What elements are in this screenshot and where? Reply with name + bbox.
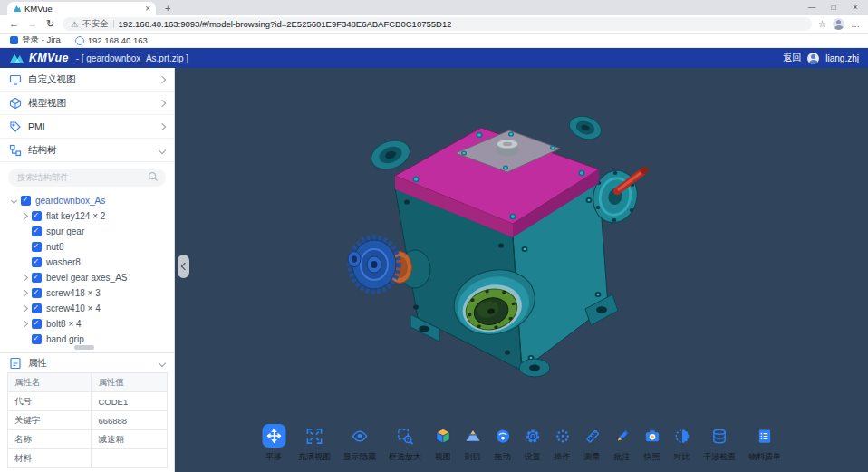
property-name: 关键字 bbox=[8, 411, 92, 430]
tree-horizontal-scrollbar bbox=[9, 345, 165, 350]
tree-indent-spacer bbox=[23, 260, 27, 265]
browser-tab[interactable]: KMVue × bbox=[7, 2, 156, 15]
tree-item[interactable]: bevel gear axes_AS bbox=[0, 270, 174, 285]
toolbar-section-button[interactable]: 剖切 bbox=[464, 424, 481, 463]
window-minimize-button[interactable]: — bbox=[801, 3, 823, 12]
tree-item-label: flat key124 × 2 bbox=[46, 211, 105, 221]
section-label: PMI bbox=[28, 121, 153, 132]
viewer-toolbar: 平移 充满视图 显示隐藏 bbox=[262, 424, 781, 463]
structure-search-input[interactable] bbox=[8, 169, 166, 187]
checkbox-checked[interactable] bbox=[32, 257, 42, 267]
toolbar-label: 物料清单 bbox=[748, 451, 781, 463]
chevron-right-icon[interactable] bbox=[22, 304, 28, 311]
checkbox-checked[interactable] bbox=[32, 211, 42, 221]
toolbar-operate-button[interactable]: 操作 bbox=[554, 424, 571, 463]
return-button[interactable]: 返回 bbox=[783, 52, 801, 64]
checkbox-checked[interactable] bbox=[32, 303, 42, 313]
toolbar-compare-button[interactable]: 对比 bbox=[673, 424, 690, 463]
checkbox-checked[interactable] bbox=[21, 196, 31, 206]
chevron-right-icon[interactable] bbox=[22, 212, 28, 218]
3d-model-gearbox[interactable] bbox=[327, 90, 673, 381]
tab-close-button[interactable]: × bbox=[145, 4, 150, 14]
section-label: 自定义视图 bbox=[28, 73, 153, 86]
sidebar-section-custom-views[interactable]: 自定义视图 bbox=[0, 68, 174, 92]
new-tab-button[interactable]: + bbox=[165, 3, 170, 14]
tree-item[interactable]: screw410 × 4 bbox=[0, 301, 174, 316]
checkbox-checked[interactable] bbox=[32, 334, 42, 344]
toolbar-label: 干涉检查 bbox=[703, 451, 736, 463]
browser-tab-bar: KMVue × + — □ × bbox=[0, 0, 868, 15]
sidebar-collapse-handle[interactable] bbox=[178, 255, 189, 278]
tree-item-label: screw418 × 3 bbox=[46, 288, 101, 298]
property-value bbox=[92, 449, 168, 468]
jira-favicon-icon bbox=[10, 36, 18, 44]
url-field[interactable]: ⚠ 不安全 192.168.40.163:9093/#/model-browsi… bbox=[63, 17, 812, 31]
property-name: 代号 bbox=[8, 392, 92, 411]
chevron-right-icon[interactable] bbox=[22, 320, 28, 326]
tree-item[interactable]: nut8 bbox=[0, 239, 174, 255]
tree-item[interactable]: flat key124 × 2 bbox=[0, 208, 174, 224]
browser-menu-button[interactable]: … bbox=[851, 19, 860, 29]
operate-dots-icon bbox=[554, 424, 571, 448]
checkbox-checked[interactable] bbox=[32, 288, 42, 298]
tree-search bbox=[0, 162, 174, 191]
checkbox-checked[interactable] bbox=[32, 226, 42, 236]
bom-list-icon bbox=[757, 424, 774, 448]
bookmark-ip-address[interactable]: 192.168.40.163 bbox=[75, 35, 148, 45]
chevron-right-icon[interactable] bbox=[22, 274, 28, 280]
tree-item[interactable]: hand grip bbox=[0, 332, 174, 346]
tree-item-root[interactable]: geardownbox_As bbox=[0, 193, 174, 208]
favorite-star-icon[interactable]: ☆ bbox=[818, 19, 826, 29]
interference-check-icon bbox=[711, 424, 728, 448]
structure-tree-icon bbox=[9, 144, 22, 157]
pmi-tag-icon bbox=[9, 120, 22, 133]
toolbar-snapshot-button[interactable]: 快照 bbox=[643, 424, 661, 463]
bookmark-label: 192.168.40.163 bbox=[88, 35, 148, 45]
sidebar-section-pmi[interactable]: PMI bbox=[0, 115, 174, 139]
tree-item[interactable]: screw418 × 3 bbox=[0, 285, 174, 301]
properties-icon bbox=[9, 357, 22, 370]
browser-refresh-button[interactable]: ↻ bbox=[44, 19, 56, 29]
toolbar-pan-button[interactable]: 平移 bbox=[262, 424, 285, 463]
checkbox-checked[interactable] bbox=[32, 242, 42, 252]
url-text: 192.168.40.163:9093/#/model-browsing?id=… bbox=[119, 19, 452, 29]
browser-back-button[interactable]: ← bbox=[8, 19, 20, 29]
scrollbar-thumb[interactable] bbox=[74, 345, 94, 350]
toolbar-settings-button[interactable]: 设置 bbox=[524, 424, 541, 463]
toolbar-annotate-button[interactable]: 批注 bbox=[613, 424, 631, 463]
toolbar-box-zoom-button[interactable]: 框选放大 bbox=[389, 424, 421, 463]
box-zoom-icon bbox=[397, 424, 414, 448]
toolbar-bom-button[interactable]: 物料清单 bbox=[748, 424, 781, 463]
toolbar-show-hide-button[interactable]: 显示隐藏 bbox=[343, 424, 376, 463]
browser-forward-button[interactable]: → bbox=[26, 19, 38, 29]
annotate-pencil-icon bbox=[613, 424, 631, 448]
compare-icon bbox=[673, 424, 690, 448]
chevron-right-icon[interactable] bbox=[22, 289, 28, 295]
properties-header[interactable]: 属性 bbox=[0, 353, 174, 372]
bookmark-jira[interactable]: 登录 - Jira bbox=[10, 34, 61, 46]
tree-item[interactable]: bolt8 × 4 bbox=[0, 316, 174, 332]
chevron-down-icon[interactable] bbox=[11, 197, 17, 203]
browser-profile-avatar-icon[interactable] bbox=[833, 18, 844, 30]
toolbar-view-button[interactable]: 视图 bbox=[434, 424, 451, 463]
sidebar-section-structure-tree[interactable]: 结构树 bbox=[0, 139, 174, 162]
window-maximize-button[interactable]: □ bbox=[823, 3, 844, 12]
checkbox-checked[interactable] bbox=[32, 319, 42, 329]
model-viewer-canvas[interactable]: 平移 充满视图 显示隐藏 bbox=[175, 68, 868, 472]
tree-item[interactable]: washer8 bbox=[0, 255, 174, 270]
toolbar-interference-check-button[interactable]: 干涉检查 bbox=[703, 424, 736, 463]
security-warning-icon: ⚠ bbox=[71, 20, 78, 29]
window-close-button[interactable]: × bbox=[844, 3, 866, 12]
security-label: 不安全 bbox=[82, 18, 109, 30]
chevron-right-icon bbox=[159, 122, 166, 130]
tree-indent-spacer bbox=[23, 229, 27, 234]
toolbar-label: 操作 bbox=[555, 451, 571, 463]
toolbar-fit-view-button[interactable]: 充满视图 bbox=[298, 424, 331, 463]
table-row: 关键字 666888 bbox=[8, 411, 168, 430]
toolbar-drag-button[interactable]: 拖动 bbox=[494, 424, 511, 463]
tree-item[interactable]: spur gear bbox=[0, 224, 174, 239]
toolbar-measure-button[interactable]: 测量 bbox=[583, 424, 601, 463]
checkbox-checked[interactable] bbox=[32, 273, 42, 283]
snapshot-camera-icon bbox=[643, 424, 661, 448]
sidebar-section-model-views[interactable]: 模型视图 bbox=[0, 92, 174, 115]
